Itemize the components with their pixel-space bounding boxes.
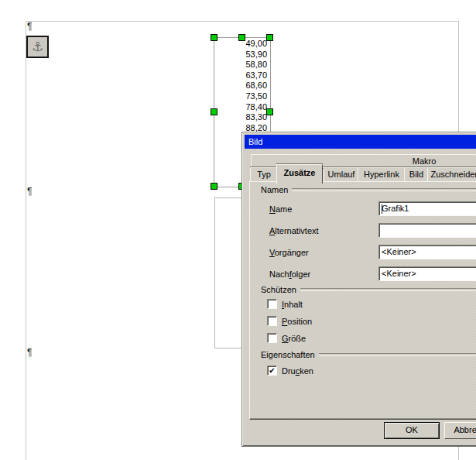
- dialog-titlebar[interactable]: Bild: [245, 135, 476, 149]
- group-eigenschaften: Eigenschaften: [261, 350, 476, 359]
- tab-label: Typ: [257, 170, 271, 179]
- drucken-checkbox[interactable]: ✔: [267, 366, 277, 376]
- tab-zuschneiden[interactable]: Zuschneiden: [427, 167, 476, 181]
- selection-handle-middle-right[interactable]: [266, 108, 273, 115]
- tab-label: Zusätze: [284, 168, 316, 177]
- position-checkbox[interactable]: [267, 316, 277, 326]
- text-boundary-top: [26, 21, 458, 22]
- tab-typ[interactable]: Typ: [250, 167, 278, 181]
- alternativtext-label: Alternativtext: [269, 226, 319, 235]
- group-label: Eigenschaften: [261, 350, 315, 359]
- selection-handle-top-right[interactable]: [266, 34, 273, 41]
- nachfolger-input[interactable]: [382, 269, 476, 278]
- anchor-icon[interactable]: ⚓: [26, 36, 49, 58]
- name-label: Name: [269, 204, 292, 214]
- image-value: 68,60: [214, 81, 267, 91]
- tabpage-zusaetze: Namen Name Alternativtext Vorgänger Nach…: [249, 181, 476, 420]
- text-boundary-left: [26, 21, 26, 460]
- group-schuetzen: Schützen: [261, 285, 476, 294]
- tab-label: Umlauf: [328, 170, 355, 179]
- paragraph-mark: ¶: [27, 22, 32, 31]
- inhalt-checkbox[interactable]: [267, 299, 277, 309]
- image-value: 78,40: [214, 102, 267, 113]
- name-input[interactable]: [382, 204, 476, 213]
- selection-handle-bottom-left[interactable]: [211, 183, 217, 190]
- nachfolger-field[interactable]: [378, 266, 476, 281]
- image-value: 63,70: [214, 70, 267, 81]
- selection-handle-middle-left[interactable]: [211, 108, 217, 115]
- tab-umlauf[interactable]: Umlauf: [324, 167, 359, 181]
- group-label: Schützen: [261, 285, 296, 294]
- checkmark-icon: ✔: [269, 366, 275, 375]
- dialog-title: Bild: [248, 137, 262, 146]
- drucken-checkbox-row: ✔ Drucken: [267, 366, 313, 376]
- tab-bild[interactable]: Bild: [404, 167, 429, 181]
- paragraph-mark: ¶: [27, 348, 32, 357]
- group-line: [300, 288, 476, 291]
- inhalt-checkbox-row: Inhalt: [267, 299, 303, 309]
- group-namen: Namen: [261, 185, 476, 194]
- vorgaenger-label: Vorgänger: [269, 248, 309, 257]
- position-label: Position: [282, 317, 312, 326]
- cancel-button[interactable]: Abbrechen: [444, 422, 476, 439]
- selection-handle-top-middle[interactable]: [238, 34, 245, 41]
- name-field[interactable]: [378, 201, 476, 216]
- vorgaenger-input[interactable]: [382, 247, 476, 256]
- group-line: [292, 188, 476, 191]
- ok-button[interactable]: OK: [384, 422, 440, 439]
- image-value: 73,50: [214, 91, 267, 102]
- writer-document-view: ¶ ¶ ¶ ⚓ 49,00 53,90 58,80 63,70 68,60 73…: [0, 0, 476, 460]
- position-checkbox-row: Position: [267, 316, 312, 326]
- alternativtext-field[interactable]: [378, 223, 476, 238]
- tab-zusaetze[interactable]: Zusätze: [276, 164, 323, 184]
- nachfolger-label: Nachfolger: [269, 269, 310, 279]
- image-content-values: 49,00 53,90 58,80 63,70 68,60 73,50 78,4…: [214, 39, 267, 133]
- paragraph-mark: ¶: [27, 187, 32, 196]
- tab-label: Zuschneiden: [431, 170, 476, 179]
- cancel-label: Abbrechen: [454, 425, 476, 434]
- groesse-checkbox[interactable]: [267, 333, 277, 343]
- tab-hyperlink[interactable]: Hyperlink: [358, 167, 406, 181]
- image-value: 83,30: [214, 112, 267, 123]
- tab-label: Bild: [409, 170, 423, 179]
- group-line: [319, 353, 476, 356]
- groesse-label: Größe: [282, 334, 306, 343]
- tab-label: Makro: [413, 156, 437, 166]
- image-value: 58,80: [214, 60, 267, 70]
- inhalt-label: Inhalt: [282, 300, 303, 309]
- vorgaenger-field[interactable]: [378, 245, 476, 259]
- tab-label: Hyperlink: [364, 170, 399, 179]
- groesse-checkbox-row: Größe: [267, 333, 306, 343]
- alternativtext-input[interactable]: [382, 225, 476, 235]
- group-label: Namen: [261, 185, 288, 194]
- ok-label: OK: [406, 425, 418, 434]
- bild-properties-dialog: Bild Makro Typ Zusätze Umlauf Hyperlink …: [241, 132, 476, 447]
- selection-handle-top-left[interactable]: [211, 34, 217, 41]
- drucken-label: Drucken: [282, 366, 313, 376]
- image-value: 53,90: [214, 50, 267, 60]
- anchor-glyph: ⚓: [32, 39, 43, 54]
